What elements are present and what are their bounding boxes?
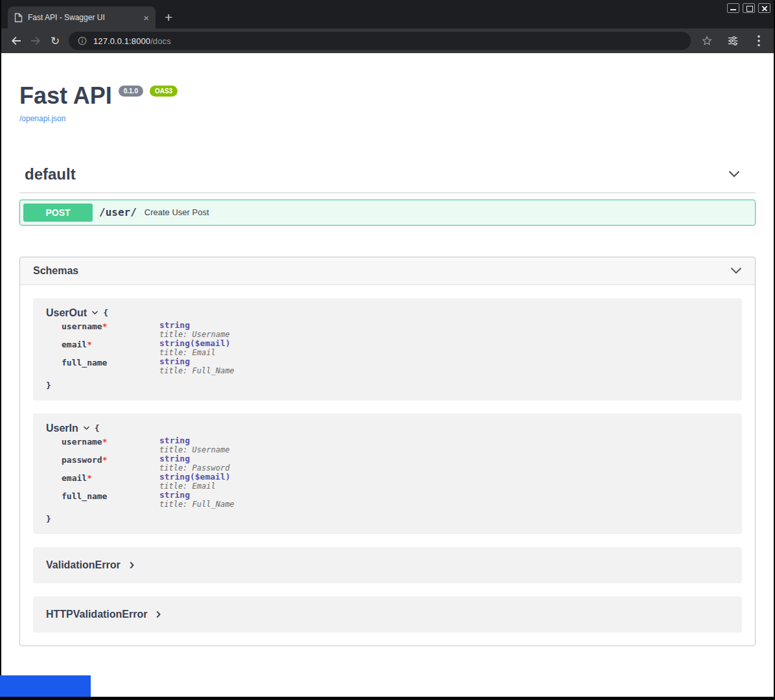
- endpoint-path: /user/: [99, 206, 137, 218]
- property-row: email* string($email) title: Email: [62, 339, 729, 357]
- property-title: title: Full_Name: [159, 500, 235, 509]
- url-host: 127.0.0.1:8000: [93, 36, 150, 46]
- screen: Fast API - Swagger UI × + ↻: [0, 0, 775, 700]
- tag-name: default: [25, 165, 76, 183]
- property-info: string title: Full_Name: [159, 491, 235, 509]
- chevron-down-icon[interactable]: [730, 267, 742, 274]
- property-row: full_name string title: Full_Name: [62, 491, 729, 509]
- schemas-title: Schemas: [27, 265, 78, 277]
- property-info: string($email) title: Email: [159, 339, 231, 357]
- endpoint-row-post-user[interactable]: POST /user/ Create User Post: [19, 200, 756, 226]
- forward-arrow-icon: [29, 34, 42, 47]
- tag-section-default[interactable]: default: [19, 159, 756, 193]
- tab-title: Fast API - Swagger UI: [28, 13, 137, 22]
- http-method-badge: POST: [23, 204, 93, 222]
- property-title: title: Password: [159, 463, 229, 472]
- property-name: full_name: [62, 491, 159, 509]
- schemas-section: Schemas UserOut {: [19, 257, 756, 646]
- desktop-artifact-blue: [0, 675, 91, 697]
- url-text: 127.0.0.1:8000/docs: [93, 36, 171, 46]
- reload-icon: ↻: [51, 36, 60, 47]
- brace-close: }: [46, 380, 729, 390]
- api-header: Fast API 0.1.0 OAS3: [19, 83, 756, 109]
- toolbar-right-icons: [697, 31, 769, 51]
- model-validationerror[interactable]: ValidationError: [33, 547, 742, 583]
- model-userin-header[interactable]: UserIn {: [46, 423, 729, 434]
- property-name: username*: [62, 436, 159, 454]
- chevron-down-icon[interactable]: [728, 170, 740, 178]
- page-title: Fast API: [19, 83, 112, 109]
- titlebar: Fast API - Swagger UI × +: [0, 0, 775, 29]
- property-row: password* string title: Password: [62, 454, 729, 472]
- chevron-down-icon[interactable]: [91, 310, 98, 315]
- browser-menu-button[interactable]: [749, 31, 769, 51]
- back-button[interactable]: [6, 31, 26, 51]
- property-info: string title: Username: [159, 321, 229, 339]
- property-list: username* string title: Username email* …: [62, 321, 729, 375]
- model-userout-header[interactable]: UserOut {: [46, 307, 729, 319]
- required-marker: *: [87, 473, 92, 483]
- property-name: full_name: [62, 357, 159, 375]
- property-info: string title: Full_Name: [159, 357, 235, 375]
- property-type: string: [159, 321, 229, 330]
- reload-button[interactable]: ↻: [45, 31, 65, 51]
- property-info: string title: Password: [159, 454, 229, 472]
- endpoint-summary: Create User Post: [145, 207, 209, 217]
- star-icon: [701, 35, 713, 47]
- brace-close: }: [46, 514, 729, 524]
- site-info-icon[interactable]: [77, 36, 87, 46]
- browser-toolbar: ↻ 127.0.0.1:8000/docs: [0, 29, 775, 53]
- model-userin: UserIn { username* string title: Usernam…: [33, 414, 742, 534]
- property-name: username*: [62, 321, 159, 339]
- property-type: string: [159, 454, 229, 463]
- property-row: full_name string title: Full_Name: [62, 357, 729, 375]
- bookmark-star-button[interactable]: [697, 31, 717, 51]
- maximize-button[interactable]: [743, 3, 755, 13]
- schemas-header[interactable]: Schemas: [20, 257, 755, 285]
- property-title: title: Email: [159, 348, 231, 357]
- new-tab-button[interactable]: +: [165, 10, 172, 24]
- property-type: string($email): [159, 472, 231, 482]
- property-type: string: [159, 491, 235, 500]
- property-type: string: [159, 357, 235, 366]
- required-marker: *: [102, 455, 108, 465]
- minimize-button[interactable]: [727, 3, 739, 13]
- property-type: string: [159, 436, 229, 445]
- document-icon: [14, 13, 23, 23]
- address-bar[interactable]: 127.0.0.1:8000/docs: [69, 32, 691, 50]
- tab-close-icon[interactable]: ×: [142, 13, 150, 23]
- property-row: username* string title: Username: [62, 436, 729, 454]
- model-name: UserOut: [46, 307, 87, 319]
- property-row: username* string title: Username: [62, 321, 729, 339]
- brace-open: {: [103, 308, 108, 318]
- window-close-button[interactable]: [758, 3, 770, 13]
- property-type: string($email): [159, 339, 231, 348]
- kebab-menu-icon: [758, 35, 760, 47]
- model-name: HTTPValidationError: [46, 609, 147, 620]
- version-badge: 0.1.0: [119, 86, 143, 97]
- model-httpvalidationerror[interactable]: HTTPValidationError: [33, 596, 742, 633]
- property-title: title: Full_Name: [159, 366, 235, 375]
- property-title: title: Email: [159, 482, 231, 491]
- property-title: title: Username: [159, 330, 229, 339]
- model-userout: UserOut { username* string title: Userna…: [33, 298, 742, 401]
- property-name: password*: [62, 454, 159, 472]
- window-controls: [727, 3, 770, 13]
- browser-tab[interactable]: Fast API - Swagger UI ×: [8, 6, 156, 29]
- page-content: Fast API 0.1.0 OAS3 /openapi.json defaul…: [1, 53, 774, 697]
- tune-button[interactable]: [723, 31, 743, 51]
- brace-open: {: [95, 423, 100, 433]
- chevron-right-icon[interactable]: [130, 561, 134, 569]
- chevron-right-icon[interactable]: [156, 611, 161, 618]
- openapi-json-link[interactable]: /openapi.json: [19, 114, 65, 123]
- property-title: title: Username: [159, 445, 229, 454]
- property-list: username* string title: Username passwor…: [62, 436, 729, 509]
- forward-button[interactable]: [26, 31, 45, 51]
- chevron-down-icon[interactable]: [83, 426, 90, 430]
- url-path: /docs: [150, 36, 171, 46]
- model-name: ValidationError: [46, 559, 121, 571]
- window-border-left: [0, 0, 1, 700]
- back-arrow-icon: [10, 34, 23, 47]
- required-marker: *: [102, 437, 108, 447]
- oas3-badge: OAS3: [150, 86, 178, 97]
